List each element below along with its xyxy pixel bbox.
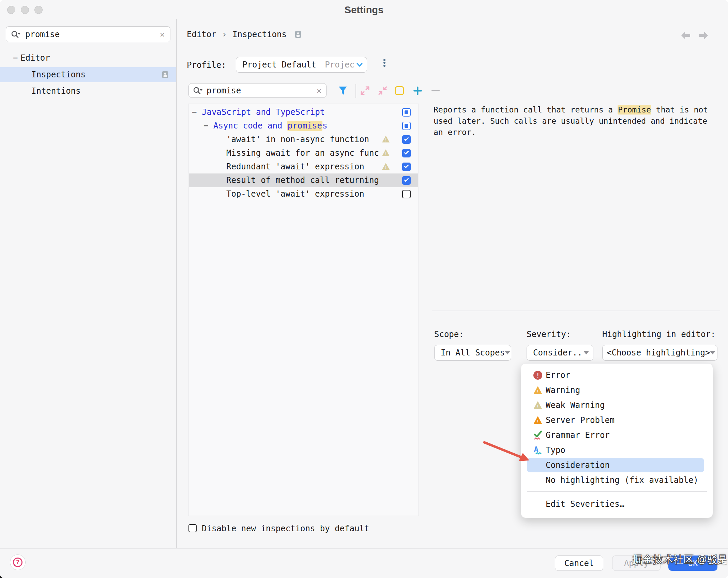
search-match-highlight: promise [287, 121, 322, 131]
settings-search-field[interactable]: ✕ [6, 26, 170, 42]
watermark: 掘金技术社区 @驳是 [633, 553, 728, 566]
tree-row-inspection[interactable]: Top-level 'await' expression [226, 189, 364, 198]
inspections-search-field[interactable]: ✕ [188, 83, 327, 98]
collapse-toggle-icon[interactable]: − [13, 54, 18, 62]
profile-label: Profile: [187, 61, 226, 70]
inspection-checkbox-checked[interactable] [402, 163, 411, 171]
sidebar-divider [176, 19, 177, 548]
severity-value: Consider.. [533, 348, 582, 357]
settings-search-input[interactable] [6, 27, 170, 42]
caret-down-icon [583, 351, 589, 354]
breadcrumb-editor[interactable]: Editor [187, 30, 216, 39]
menu-item-server-problem[interactable]: ! Server Problem [521, 413, 713, 428]
menu-item-no-highlighting[interactable]: No highlighting (fix available) [521, 473, 713, 488]
severity-combobox[interactable]: Consider.. [527, 345, 593, 361]
tree-row-group[interactable]: − JavaScript and TypeScript [188, 108, 419, 121]
remove-inspection-minus-icon[interactable] [431, 90, 440, 91]
sidebar-item-label: Intentions [31, 87, 81, 95]
sidebar-item-inspections[interactable]: Inspections [0, 67, 176, 82]
inspection-checkbox-checked[interactable] [402, 149, 411, 157]
menu-item-grammar-error[interactable]: Grammar Error [521, 428, 713, 443]
svg-text:!: ! [384, 151, 387, 156]
svg-text:!: ! [536, 372, 540, 379]
menu-item-edit-severities[interactable]: Edit Severities… [521, 496, 713, 512]
close-window-button[interactable] [7, 6, 15, 14]
menu-item-error[interactable]: ! Error [521, 368, 713, 383]
inspection-checkbox-checked[interactable] [402, 176, 411, 185]
back-arrow-icon[interactable] [681, 31, 691, 40]
collapse-toggle-icon[interactable]: − [203, 121, 208, 130]
help-question-icon: ? [13, 558, 22, 567]
severity-dropdown-menu: ! Error ! Warning ! Weak Warning ! Serve… [521, 363, 713, 518]
caret-down-icon [505, 351, 510, 354]
collapse-toggle-icon[interactable]: − [192, 108, 197, 117]
inspection-checkbox-indeterminate[interactable] [402, 122, 411, 130]
menu-item-consideration[interactable]: Consideration [521, 458, 713, 473]
window-title: Settings [345, 4, 383, 16]
svg-text:!: ! [536, 389, 539, 394]
tree-row-inspection-selected[interactable]: Result of method call returning [226, 176, 379, 185]
disable-new-inspections-checkbox[interactable] [188, 524, 197, 532]
caret-down-icon [710, 351, 715, 354]
tree-row-inspection[interactable]: Redundant 'await' expression [226, 162, 364, 171]
details-separator [432, 310, 720, 311]
tree-group-label: Async code and promises [213, 121, 327, 130]
clear-search-icon[interactable]: ✕ [317, 86, 321, 95]
profile-combobox[interactable]: Project Default Projec [236, 57, 367, 73]
profile-value: Project Default [242, 60, 316, 69]
minimize-window-button[interactable] [21, 6, 29, 14]
sidebar-item-label: Editor [20, 54, 50, 62]
collapse-all-icon[interactable] [378, 86, 388, 95]
sidebar-item-editor[interactable]: − Editor [0, 51, 176, 65]
highlight-severity-square-icon[interactable] [395, 86, 404, 95]
highlighting-label: Highlighting in editor: [602, 330, 715, 339]
expand-all-icon[interactable] [360, 86, 370, 95]
scope-label: Scope: [434, 330, 464, 339]
weak-warning-icon: ! [382, 149, 390, 156]
per-project-setting-icon [162, 71, 168, 78]
annotation-arrow [477, 436, 535, 468]
svg-text:!: ! [384, 165, 387, 170]
scope-combobox[interactable]: In All Scopes [434, 345, 511, 361]
menu-item-typo[interactable]: A Typo [521, 443, 713, 458]
warning-icon: ! [533, 385, 543, 395]
inspection-checkbox-checked[interactable] [402, 135, 411, 144]
profile-separator [177, 76, 728, 76]
tree-row-inspection[interactable]: 'await' in non-async function [226, 135, 369, 144]
svg-text:!: ! [536, 419, 539, 424]
help-button[interactable]: ? [10, 554, 26, 570]
profile-more-actions-kebab-icon[interactable] [381, 58, 388, 67]
inspection-description: Reports a function call that returns a P… [434, 104, 708, 138]
severity-label: Severity: [527, 330, 571, 339]
menu-item-warning[interactable]: ! Warning [521, 383, 713, 398]
footer-separator [0, 548, 728, 549]
disable-new-inspections-label: Disable new inspections by default [202, 524, 369, 533]
scope-value: In All Scopes [441, 348, 505, 357]
profile-scheme: Projec [325, 60, 354, 69]
highlighting-combobox[interactable]: <Choose highlighting> [602, 345, 717, 361]
tree-row-group[interactable]: − Async code and promises [188, 121, 419, 135]
zoom-window-button[interactable] [34, 6, 43, 14]
svg-text:!: ! [536, 404, 539, 409]
sidebar-item-label: Inspections [31, 70, 86, 79]
sidebar-item-intentions[interactable]: Intentions [0, 83, 176, 98]
menu-item-weak-warning[interactable]: ! Weak Warning [521, 398, 713, 413]
forward-arrow-icon[interactable] [699, 31, 708, 40]
inspections-search-input[interactable] [189, 83, 326, 97]
clear-search-icon[interactable]: ✕ [160, 30, 165, 39]
settings-window: Settings ✕ − Editor Inspections Intentio… [0, 0, 728, 578]
inspection-checkbox-indeterminate[interactable] [402, 108, 411, 117]
breadcrumb-inspections[interactable]: Inspections [232, 30, 287, 39]
toolbar-divider [355, 84, 356, 98]
add-inspection-plus-icon[interactable] [413, 86, 422, 95]
filter-funnel-icon[interactable] [338, 86, 348, 95]
weak-warning-icon: ! [533, 400, 543, 410]
inspection-checkbox-unchecked[interactable] [402, 190, 411, 198]
chevron-down-icon [357, 63, 363, 67]
tree-row-inspection[interactable]: Missing await for an async func [226, 149, 379, 157]
server-problem-icon: ! [533, 415, 543, 425]
cancel-button[interactable]: Cancel [555, 556, 603, 571]
per-project-setting-icon [295, 31, 301, 38]
highlighting-value: <Choose highlighting> [607, 348, 710, 357]
error-icon: ! [533, 370, 543, 380]
